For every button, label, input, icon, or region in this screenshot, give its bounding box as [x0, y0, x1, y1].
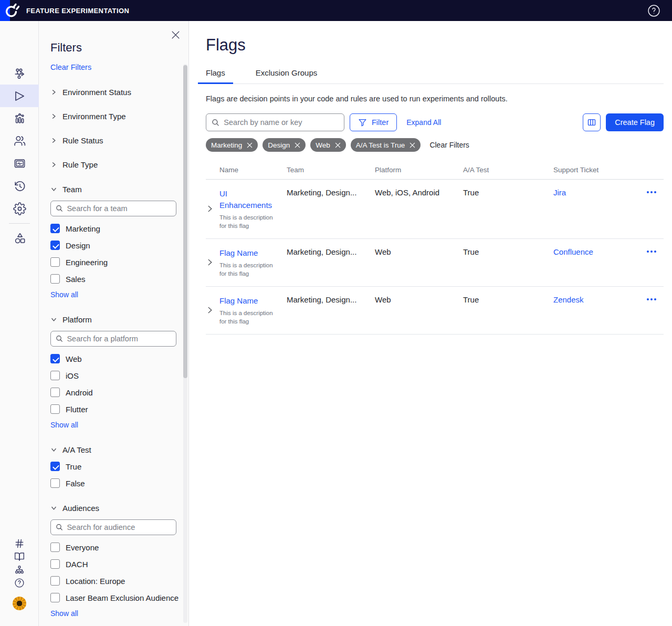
checkbox[interactable] [50, 257, 60, 267]
tab-label: Flags [206, 68, 225, 77]
filter-chip[interactable]: Design [262, 138, 306, 152]
support-ticket-link[interactable]: Zendesk [553, 295, 584, 304]
team-search-input[interactable] [67, 204, 171, 213]
support-ticket-link[interactable]: Confluence [553, 247, 593, 256]
nav-hierarchy[interactable] [0, 563, 39, 576]
expand-all-link[interactable]: Expand All [406, 118, 441, 127]
platform-search-input[interactable] [67, 335, 171, 343]
flags-table: Name Team Platform A/A Test Support Tick… [206, 166, 664, 335]
row-expand-chevron-icon[interactable] [206, 306, 214, 314]
clear-filters-link[interactable]: Clear Filters [50, 63, 91, 71]
filter-option[interactable]: Design [50, 241, 188, 250]
column-header: Team [287, 166, 375, 174]
tab[interactable]: Exclusion Groups [248, 68, 326, 84]
nav-hash[interactable] [0, 537, 39, 550]
filter-section-header[interactable]: A/A Test [50, 445, 91, 454]
filter-option[interactable]: Flutter [50, 404, 188, 414]
audience-search-input[interactable] [67, 523, 171, 531]
filter-option[interactable]: Everyone [50, 542, 188, 552]
checkbox[interactable] [50, 462, 60, 471]
help-circle-icon[interactable] [647, 4, 660, 17]
filter-chip-label: Marketing [211, 141, 242, 149]
row-menu-icon[interactable] [647, 251, 656, 253]
checkbox[interactable] [50, 478, 60, 488]
filter-option[interactable]: iOS [50, 371, 188, 380]
filter-section-header[interactable]: Environment Status [50, 88, 131, 97]
row-menu-icon[interactable] [647, 298, 656, 300]
flags-search-input[interactable] [224, 118, 339, 127]
nav-history[interactable] [0, 175, 39, 197]
tabs: Flags Exclusion Groups [198, 68, 664, 84]
panel-scrollbar-track[interactable] [183, 64, 187, 623]
tab[interactable]: Flags [198, 68, 233, 84]
chip-remove-icon[interactable] [335, 142, 341, 148]
chip-remove-icon[interactable] [247, 142, 253, 148]
filter-option[interactable]: True [50, 462, 188, 471]
filter-option[interactable]: False [50, 478, 188, 488]
flag-name-link[interactable]: Flag Name [219, 295, 258, 307]
row-expand-chevron-icon[interactable] [206, 258, 214, 266]
checkbox[interactable] [50, 224, 60, 233]
show-all-link[interactable]: Show all [50, 290, 78, 299]
checkbox-label: Design [66, 241, 90, 250]
filter-option[interactable]: Sales [50, 274, 188, 284]
checkbox-label: Location: Europe [66, 577, 125, 586]
chip-remove-icon[interactable] [295, 142, 300, 148]
filter-section-header[interactable]: Audiences [50, 504, 99, 513]
nav-docs[interactable] [0, 550, 39, 563]
flag-name-link[interactable]: UI Enhancements [219, 188, 278, 211]
checkbox[interactable] [50, 593, 60, 602]
nav-components[interactable] [0, 227, 39, 249]
nav-results[interactable] [0, 107, 39, 130]
aa-test-cell: True [463, 187, 553, 197]
checkbox[interactable] [50, 274, 60, 284]
table-row: Flag Name This is a description for this… [206, 239, 664, 287]
filter-option[interactable]: Web [50, 354, 188, 363]
nav-audiences[interactable] [0, 130, 39, 152]
columns-button[interactable] [583, 113, 601, 131]
nav-flags[interactable] [0, 85, 39, 107]
create-flag-button[interactable]: Create Flag [606, 113, 664, 131]
checkbox[interactable] [50, 241, 60, 250]
filter-chip[interactable]: Web [310, 138, 346, 152]
checkbox[interactable] [50, 576, 60, 586]
filter-section-header[interactable]: Rule Status [50, 136, 103, 145]
panel-scrollbar-thumb[interactable] [183, 65, 187, 378]
row-expand-chevron-icon[interactable] [206, 205, 214, 213]
checkbox[interactable] [50, 371, 60, 380]
row-menu-icon[interactable] [647, 191, 656, 193]
support-ticket-link[interactable]: Jira [553, 188, 566, 197]
nav-help[interactable] [0, 576, 39, 589]
checkbox-label: False [66, 479, 85, 488]
chips-clear-filters[interactable]: Clear Filters [429, 141, 469, 149]
show-all-link[interactable]: Show all [50, 609, 78, 618]
close-icon[interactable] [171, 30, 180, 39]
filter-section-header[interactable]: Rule Type [50, 160, 98, 169]
filter-option[interactable]: DACH [50, 559, 188, 569]
checkbox[interactable] [50, 388, 60, 397]
filter-option[interactable]: Location: Europe [50, 576, 188, 586]
filter-chip[interactable]: A/A Test is True [351, 138, 421, 152]
filter-option[interactable]: Marketing [50, 224, 188, 233]
filter-option[interactable]: Android [50, 388, 188, 397]
filter-option[interactable]: Laser Beam Exclusion Audience [50, 593, 188, 602]
filter-section-header[interactable]: Team [50, 185, 82, 194]
filter-section-header[interactable]: Environment Type [50, 112, 126, 121]
flags-play-icon [13, 89, 26, 103]
filter-option[interactable]: Engineering [50, 257, 188, 267]
filter-section-header[interactable]: Platform [50, 315, 92, 324]
checkbox[interactable] [50, 354, 60, 363]
nav-settings[interactable] [0, 197, 39, 220]
filter-chip[interactable]: Marketing [206, 138, 258, 152]
checkbox[interactable] [50, 542, 60, 552]
checkbox[interactable] [50, 559, 60, 569]
nav-reports[interactable] [0, 152, 39, 175]
user-avatar[interactable] [13, 597, 26, 610]
nav-experiments[interactable] [0, 62, 39, 85]
filter-button[interactable]: Filter [350, 113, 397, 131]
flag-name-link[interactable]: Flag Name [219, 247, 258, 259]
chip-remove-icon[interactable] [410, 142, 415, 148]
aa-test-cell: True [463, 246, 553, 256]
checkbox[interactable] [50, 404, 60, 414]
show-all-link[interactable]: Show all [50, 421, 78, 429]
